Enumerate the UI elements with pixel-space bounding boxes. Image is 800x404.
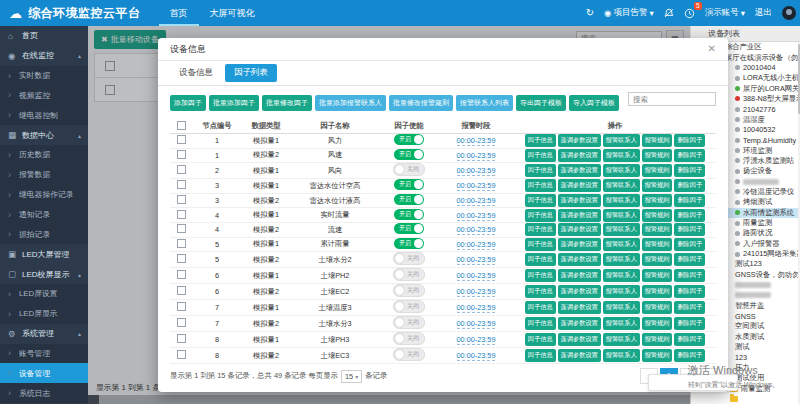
sidebar-item-抓拍记录[interactable]: ›抓拍记录 [0, 224, 88, 244]
row-checkbox[interactable] [177, 254, 186, 263]
action-报警规则[interactable]: 报警规则 [642, 285, 673, 298]
toolbar-button-导入因子模板[interactable]: 导入因子模板 [569, 95, 619, 111]
row-checkbox[interactable] [177, 318, 186, 327]
row-checkbox[interactable] [177, 334, 186, 343]
action-报警规则[interactable]: 报警规则 [642, 269, 673, 282]
row-checkbox[interactable] [177, 195, 186, 204]
action-因子信息[interactable]: 因子信息 [525, 285, 556, 298]
action-遥调参数设置[interactable]: 遥调参数设置 [558, 333, 601, 346]
action-因子信息[interactable]: 因子信息 [525, 269, 556, 282]
action-报警联系人[interactable]: 报警联系人 [603, 285, 640, 298]
action-因子信息[interactable]: 因子信息 [525, 149, 556, 162]
action-删除因子[interactable]: 删除因子 [674, 223, 705, 236]
action-报警联系人[interactable]: 报警联系人 [603, 194, 640, 207]
row-checkbox[interactable] [177, 302, 186, 311]
alarm-period-link[interactable]: 00:00-23:59 [457, 255, 496, 265]
factor-enable-toggle[interactable]: 开启 [394, 134, 424, 145]
sidebar-item-视频监控[interactable]: ›视频监控 [0, 86, 88, 106]
sidebar-item-通知记录[interactable]: ›通知记录 [0, 205, 88, 225]
row-checkbox[interactable] [177, 224, 186, 233]
action-报警联系人[interactable]: 报警联系人 [603, 349, 640, 362]
sidebar-item-账号管理[interactable]: ›账号管理 [0, 344, 88, 364]
action-报警联系人[interactable]: 报警联系人 [603, 223, 640, 236]
action-报警规则[interactable]: 报警规则 [642, 238, 673, 251]
action-遥调参数设置[interactable]: 遥调参数设置 [558, 269, 601, 282]
action-报警联系人[interactable]: 报警联系人 [603, 149, 640, 162]
action-遥调参数设置[interactable]: 遥调参数设置 [558, 349, 601, 362]
toolbar-button-批量添加报警联系人[interactable]: 批量添加报警联系人 [315, 95, 386, 111]
alarm-period-link[interactable]: 00:00-23:59 [457, 319, 496, 329]
toolbar-button-批量修改因子[interactable]: 批量修改因子 [262, 95, 312, 111]
sidebar-item-在线监控[interactable]: ◉在线监控▴ [0, 46, 88, 66]
action-报警规则[interactable]: 报警规则 [642, 179, 673, 192]
alarm-period-link[interactable]: 00:00-23:59 [457, 287, 496, 297]
action-报警联系人[interactable]: 报警联系人 [603, 253, 640, 266]
action-报警规则[interactable]: 报警规则 [642, 223, 673, 236]
bell-muted-icon[interactable] [664, 8, 674, 18]
row-checkbox[interactable] [177, 165, 186, 174]
action-报警联系人[interactable]: 报警联系人 [603, 238, 640, 251]
sidebar-item-继电器控制[interactable]: ›继电器控制 [0, 105, 88, 125]
action-报警联系人[interactable]: 报警联系人 [603, 179, 640, 192]
action-遥调参数设置[interactable]: 遥调参数设置 [558, 134, 601, 147]
factor-enable-toggle[interactable]: 关闭 [393, 252, 425, 265]
action-因子信息[interactable]: 因子信息 [525, 317, 556, 330]
account-menu[interactable]: 演示账号 ▾ [705, 7, 745, 19]
row-checkbox[interactable] [177, 350, 186, 359]
action-报警规则[interactable]: 报警规则 [642, 317, 673, 330]
device-tree-folder[interactable] [691, 394, 800, 404]
alarm-period-link[interactable]: 00:00-23:59 [457, 196, 496, 206]
factor-enable-toggle[interactable]: 开启 [394, 149, 424, 160]
nav-tab-bigscreen[interactable]: 大屏可视化 [199, 0, 266, 26]
row-checkbox[interactable] [177, 135, 186, 144]
action-删除因子[interactable]: 删除因子 [674, 238, 705, 251]
action-报警规则[interactable]: 报警规则 [642, 149, 673, 162]
sidebar-item-数据中心[interactable]: ▦数据中心▴ [0, 125, 88, 145]
sidebar-item-LED大屏管理[interactable]: ▣LED大屏管理 [0, 244, 88, 264]
action-因子信息[interactable]: 因子信息 [525, 164, 556, 177]
factor-enable-toggle[interactable]: 关闭 [393, 284, 425, 297]
action-因子信息[interactable]: 因子信息 [525, 179, 556, 192]
alarm-period-link[interactable]: 00:00-23:59 [457, 335, 496, 345]
action-因子信息[interactable]: 因子信息 [525, 223, 556, 236]
sidebar-item-首页[interactable]: ⌂首页 [0, 26, 88, 46]
action-删除因子[interactable]: 删除因子 [674, 194, 705, 207]
alarm-period-link[interactable]: 00:00-23:59 [457, 240, 496, 250]
factor-enable-toggle[interactable]: 开启 [394, 209, 424, 220]
refresh-icon[interactable]: ↻ [586, 8, 594, 18]
factor-enable-toggle[interactable]: 开启 [394, 179, 424, 190]
toolbar-button-报警联系人列表[interactable]: 报警联系人列表 [456, 95, 513, 111]
action-删除因子[interactable]: 删除因子 [674, 285, 705, 298]
action-报警规则[interactable]: 报警规则 [642, 253, 673, 266]
sidebar-item-设备管理[interactable]: ›设备管理 [0, 363, 88, 383]
action-报警规则[interactable]: 报警规则 [642, 209, 673, 222]
sidebar-item-报警数据[interactable]: ›报警数据 [0, 165, 88, 185]
action-报警规则[interactable]: 报警规则 [642, 134, 673, 147]
alarm-period-link[interactable]: 00:00-23:59 [457, 225, 496, 235]
alarm-clock-button[interactable]: 5 [684, 8, 695, 19]
action-因子信息[interactable]: 因子信息 [525, 194, 556, 207]
action-删除因子[interactable]: 删除因子 [674, 333, 705, 346]
action-删除因子[interactable]: 删除因子 [674, 179, 705, 192]
alarm-period-link[interactable]: 00:00-23:59 [457, 271, 496, 281]
action-删除因子[interactable]: 删除因子 [674, 134, 705, 147]
action-报警联系人[interactable]: 报警联系人 [603, 209, 640, 222]
action-遥调参数设置[interactable]: 遥调参数设置 [558, 223, 601, 236]
row-checkbox[interactable] [177, 239, 186, 248]
action-因子信息[interactable]: 因子信息 [525, 238, 556, 251]
project-alarm-menu[interactable]: ◉ 项目告警 ▾ [604, 7, 654, 19]
action-报警联系人[interactable]: 报警联系人 [603, 269, 640, 282]
toolbar-button-添加因子[interactable]: 添加因子 [170, 95, 206, 111]
action-报警联系人[interactable]: 报警联系人 [603, 164, 640, 177]
factor-enable-toggle[interactable]: 关闭 [393, 332, 425, 345]
action-遥调参数设置[interactable]: 遥调参数设置 [558, 194, 601, 207]
sidebar-item-LED屏设置[interactable]: ›LED屏设置 [0, 284, 88, 304]
action-删除因子[interactable]: 删除因子 [674, 209, 705, 222]
action-删除因子[interactable]: 删除因子 [674, 349, 705, 362]
action-报警规则[interactable]: 报警规则 [642, 333, 673, 346]
sidebar-item-历史数据[interactable]: ›历史数据 [0, 145, 88, 165]
close-icon[interactable]: ✕ [708, 38, 716, 60]
action-报警规则[interactable]: 报警规则 [642, 301, 673, 314]
alarm-period-link[interactable]: 00:00-23:59 [457, 151, 496, 161]
select-all-checkbox[interactable] [177, 121, 186, 130]
